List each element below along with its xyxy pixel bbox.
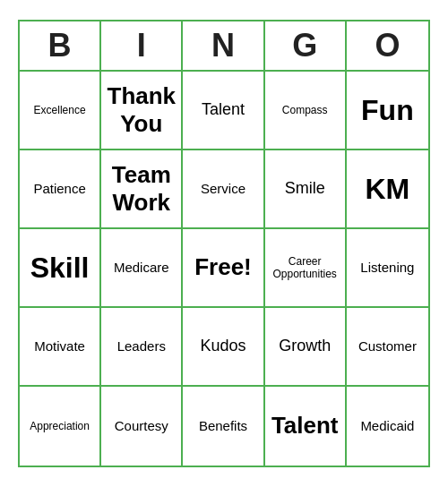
bingo-card: BINGO ExcellenceThank YouTalentCompassFu… <box>18 20 430 467</box>
bingo-cell: Team Work <box>101 150 183 229</box>
bingo-cell: Benefits <box>183 387 264 466</box>
bingo-cell: Motivate <box>20 308 101 387</box>
cell-text: Listening <box>360 260 414 276</box>
bingo-cell: Compass <box>265 72 347 150</box>
bingo-grid: ExcellenceThank YouTalentCompassFunPatie… <box>20 72 428 466</box>
cell-text: Excellence <box>34 104 86 116</box>
bingo-cell: Customer <box>347 308 428 387</box>
cell-text: Medicare <box>114 260 169 276</box>
bingo-cell: Medicare <box>101 229 183 308</box>
bingo-cell: Appreciation <box>20 387 101 466</box>
bingo-cell: Skill <box>20 229 101 308</box>
bingo-cell: Kudos <box>183 308 264 387</box>
cell-text: Leaders <box>117 338 166 355</box>
bingo-cell: Smile <box>265 150 347 229</box>
cell-text: Talent <box>202 100 245 120</box>
cell-text: Benefits <box>199 418 247 434</box>
bingo-cell: Talent <box>183 72 264 150</box>
cell-text: Smile <box>285 179 325 199</box>
header-letter: N <box>183 21 264 70</box>
header-letter: G <box>265 21 347 70</box>
cell-text: Service <box>201 181 246 197</box>
cell-text: Appreciation <box>30 420 90 432</box>
header-letter: O <box>347 21 428 70</box>
cell-text: Motivate <box>34 338 85 355</box>
cell-text: Customer <box>358 338 417 355</box>
bingo-cell: Career Opportunities <box>265 229 347 308</box>
cell-text: KM <box>366 172 410 206</box>
bingo-cell: Listening <box>347 229 428 308</box>
cell-text: Talent <box>271 412 339 440</box>
bingo-header: BINGO <box>20 21 428 72</box>
cell-text: Patience <box>33 181 85 197</box>
bingo-cell: KM <box>347 150 428 229</box>
cell-text: Kudos <box>200 337 246 356</box>
bingo-cell: Service <box>183 150 264 229</box>
bingo-cell: Patience <box>20 150 101 229</box>
cell-text: Growth <box>279 337 331 356</box>
header-letter: B <box>20 21 101 70</box>
bingo-cell: Fun <box>347 72 428 150</box>
cell-text: Compass <box>282 104 328 116</box>
cell-text: Medicaid <box>360 418 414 434</box>
cell-text: Fun <box>361 93 414 127</box>
bingo-cell: Medicaid <box>347 387 428 466</box>
bingo-cell: Excellence <box>20 72 101 150</box>
cell-text: Courtesy <box>115 418 168 434</box>
bingo-cell: Free! <box>183 229 264 308</box>
bingo-cell: Thank You <box>101 72 183 150</box>
cell-text: Free! <box>194 253 252 281</box>
header-letter: I <box>101 21 183 70</box>
cell-text: Career Opportunities <box>269 255 341 281</box>
bingo-cell: Growth <box>265 308 347 387</box>
bingo-cell: Talent <box>265 387 347 466</box>
cell-text: Team Work <box>105 161 177 217</box>
cell-text: Thank You <box>105 82 177 138</box>
bingo-cell: Courtesy <box>101 387 183 466</box>
cell-text: Skill <box>30 251 90 285</box>
bingo-cell: Leaders <box>101 308 183 387</box>
